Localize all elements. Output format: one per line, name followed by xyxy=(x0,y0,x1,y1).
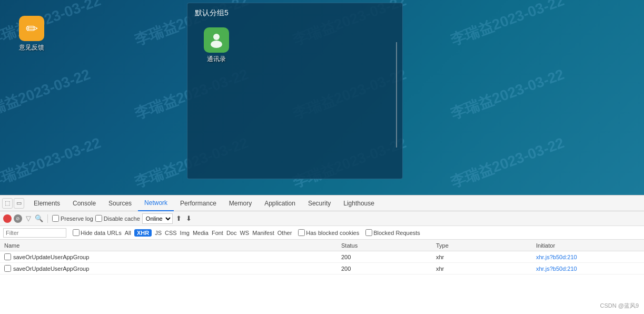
row1-checkbox[interactable] xyxy=(4,253,11,260)
disable-cache-checkbox[interactable] xyxy=(95,215,102,222)
tab-elements[interactable]: Elements xyxy=(27,195,66,211)
svg-point-1 xyxy=(211,41,222,48)
filter-bar: Hide data URLs All XHR JS CSS Img Media … xyxy=(0,226,644,240)
filter-img[interactable]: Img xyxy=(180,230,190,236)
filter-all[interactable]: All xyxy=(125,230,131,236)
hide-data-urls-label[interactable]: Hide data URLs xyxy=(73,229,122,236)
col-header-status: Status xyxy=(337,242,432,249)
network-toolbar: ⊘ ▽ 🔍 Preserve log Disable cache Online … xyxy=(0,211,644,226)
blocked-requests-checkbox[interactable] xyxy=(365,229,372,236)
filter-ws[interactable]: WS xyxy=(240,230,249,236)
filter-other[interactable]: Other xyxy=(278,230,292,236)
download-btn[interactable]: ⬇ xyxy=(185,214,193,222)
contacts-icon-img xyxy=(204,27,229,53)
tab-performance[interactable]: Performance xyxy=(174,195,223,211)
row2-name: saveOrUpdateUserAppGroup xyxy=(0,265,337,272)
watermark: 李瑞益2023-03-22 xyxy=(448,133,567,192)
folder-title: 默认分组5 xyxy=(187,3,402,22)
table-header: Name Status Type Initiator xyxy=(0,240,644,251)
device-toolbar-btn[interactable]: ▭ xyxy=(14,198,24,209)
has-blocked-cookies-checkbox[interactable] xyxy=(298,229,305,236)
inspect-element-btn[interactable]: ⬚ xyxy=(2,198,13,209)
row2-initiator-link[interactable]: xhr.js?b50d:210 xyxy=(536,266,577,272)
watermark: 李瑞益2023-03-22 xyxy=(448,64,567,124)
contacts-icon-svg xyxy=(207,31,226,50)
folder-popup: 默认分组5 通讯录 xyxy=(187,3,403,179)
blocked-requests-label[interactable]: Blocked Requests xyxy=(365,229,420,236)
svg-point-0 xyxy=(213,34,220,40)
table-row[interactable]: saveOrUpdateUserAppGroup 200 xhr xhr.js?… xyxy=(0,251,644,263)
filter-icon-btn[interactable]: ▽ xyxy=(24,214,33,223)
watermark: 李瑞益2023-03-22 xyxy=(448,0,567,51)
desktop-icon-contacts[interactable]: 通讯录 xyxy=(198,27,235,64)
contacts-icon-label: 通讯录 xyxy=(207,55,226,64)
tab-console[interactable]: Console xyxy=(66,195,102,211)
desktop: 李瑞益2023-03-22 李瑞益2023-03-22 李瑞益2023-03-2… xyxy=(0,0,644,195)
watermark: 李瑞益2023-03-22 xyxy=(0,133,104,192)
clear-btn[interactable]: ⊘ xyxy=(14,214,22,223)
preserve-log-label[interactable]: Preserve log xyxy=(52,215,93,222)
col-header-initiator: Initiator xyxy=(532,242,644,249)
devtools-tab-bar: ⬚ ▭ Elements Console Sources Network Per… xyxy=(0,195,644,211)
filter-css[interactable]: CSS xyxy=(165,230,177,236)
vertical-divider xyxy=(396,42,397,148)
feedback-icon-img xyxy=(19,16,44,41)
row2-type: xhr xyxy=(432,266,532,272)
table-row[interactable]: saveOrUpdateUserAppGroup 200 xhr xhr.js?… xyxy=(0,263,644,274)
row2-checkbox[interactable] xyxy=(4,265,11,272)
col-header-type: Type xyxy=(432,242,532,249)
desktop-icon-feedback[interactable]: 意见反馈 xyxy=(13,16,50,52)
has-blocked-cookies-label[interactable]: Has blocked cookies xyxy=(298,229,359,236)
filter-manifest[interactable]: Manifest xyxy=(252,230,274,236)
watermark: 李瑞益2023-03-22 xyxy=(0,64,93,124)
network-table: Name Status Type Initiator saveOrUpdateU… xyxy=(0,240,644,314)
row1-type: xhr xyxy=(432,254,532,260)
row1-initiator-link[interactable]: xhr.js?b50d:210 xyxy=(536,254,577,260)
tab-security[interactable]: Security xyxy=(302,195,337,211)
hide-data-urls-checkbox[interactable] xyxy=(73,229,80,236)
search-btn[interactable]: 🔍 xyxy=(35,214,43,223)
tab-lighthouse[interactable]: Lighthouse xyxy=(337,195,381,211)
tab-sources[interactable]: Sources xyxy=(102,195,138,211)
tab-application[interactable]: Application xyxy=(258,195,302,211)
feedback-icon-label: 意见反馈 xyxy=(19,43,44,52)
row1-status: 200 xyxy=(337,254,432,260)
throttle-select[interactable]: Online xyxy=(142,213,173,224)
csdn-watermark: CSDN @蓝风9 xyxy=(600,302,639,310)
tab-network[interactable]: Network xyxy=(138,195,174,211)
toolbar-separator-1 xyxy=(47,214,48,223)
col-header-name: Name xyxy=(0,242,337,249)
filter-font[interactable]: Font xyxy=(212,230,223,236)
row1-initiator: xhr.js?b50d:210 xyxy=(532,254,644,260)
disable-cache-label[interactable]: Disable cache xyxy=(95,215,140,222)
row2-status: 200 xyxy=(337,266,432,272)
filter-media[interactable]: Media xyxy=(193,230,209,236)
record-btn[interactable] xyxy=(3,214,12,223)
preserve-log-checkbox[interactable] xyxy=(52,215,59,222)
folder-icon-area: 通讯录 xyxy=(187,22,402,69)
filter-input[interactable] xyxy=(3,228,66,238)
filter-xhr[interactable]: XHR xyxy=(134,229,152,237)
filter-doc[interactable]: Doc xyxy=(226,230,237,236)
row2-initiator: xhr.js?b50d:210 xyxy=(532,266,644,272)
filter-js[interactable]: JS xyxy=(155,230,162,236)
row1-name: saveOrUpdateUserAppGroup xyxy=(0,253,337,260)
upload-btn[interactable]: ⬆ xyxy=(175,214,183,222)
tab-memory[interactable]: Memory xyxy=(223,195,258,211)
devtools-panel: ⬚ ▭ Elements Console Sources Network Per… xyxy=(0,195,644,314)
